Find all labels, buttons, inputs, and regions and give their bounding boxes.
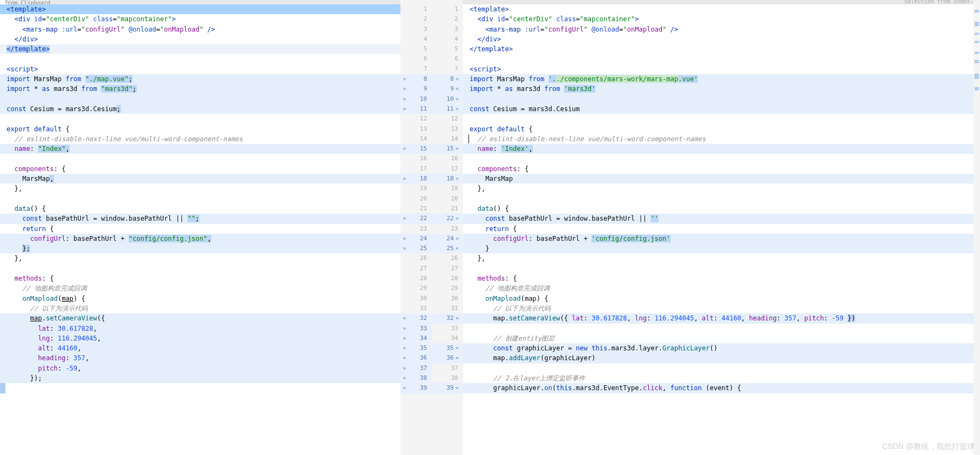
code-line[interactable]: <mars-map :url="configUrl" @onload="onMa… bbox=[0, 25, 400, 34]
line-number[interactable]: 13 bbox=[431, 124, 462, 134]
line-number[interactable]: 12 bbox=[400, 114, 431, 124]
line-number[interactable]: 16 bbox=[400, 154, 431, 163]
code-line[interactable] bbox=[0, 94, 400, 104]
line-number[interactable]: 32 bbox=[431, 313, 462, 323]
line-number[interactable]: 19 bbox=[431, 184, 462, 193]
code-line[interactable]: map.setCameraView({ bbox=[0, 313, 400, 323]
line-number[interactable]: 22 bbox=[400, 214, 431, 223]
code-line[interactable]: const basePathUrl = window.basePathUrl |… bbox=[0, 214, 400, 223]
line-number[interactable]: 34 bbox=[431, 333, 462, 343]
line-number[interactable]: 37 bbox=[400, 363, 431, 373]
code-line[interactable]: }, bbox=[463, 253, 980, 263]
line-number[interactable]: 33 bbox=[400, 324, 431, 333]
line-number[interactable]: 10 bbox=[431, 94, 462, 104]
line-number[interactable]: 24 bbox=[400, 234, 431, 244]
code-line[interactable]: export default { bbox=[0, 124, 400, 134]
line-number[interactable]: 39 bbox=[431, 383, 462, 393]
code-line[interactable]: name: "Index", bbox=[0, 144, 400, 154]
line-number[interactable]: 21 bbox=[400, 204, 431, 214]
code-line[interactable]: export default { bbox=[463, 124, 980, 134]
code-line[interactable]: MarsMap bbox=[463, 174, 980, 184]
line-number[interactable]: 31 bbox=[400, 304, 431, 313]
line-number[interactable]: 36 bbox=[400, 353, 431, 363]
code-line[interactable]: map.addLayer(graphicLayer) bbox=[463, 353, 980, 363]
line-number[interactable]: 27 bbox=[431, 264, 462, 274]
line-number[interactable]: 23 bbox=[400, 224, 431, 234]
line-number[interactable]: 31 bbox=[431, 304, 462, 313]
code-line[interactable]: return { bbox=[463, 224, 980, 234]
line-number[interactable]: 1 bbox=[400, 4, 431, 14]
line-number[interactable]: 25 bbox=[431, 244, 462, 253]
line-number[interactable]: 30 bbox=[400, 294, 431, 304]
line-number[interactable]: 9 bbox=[400, 84, 431, 94]
code-line[interactable]: data() { bbox=[0, 204, 400, 214]
code-line[interactable]: methods: { bbox=[0, 274, 400, 283]
code-line[interactable]: pitch: -59, bbox=[0, 363, 400, 373]
line-number[interactable]: 23 bbox=[431, 224, 462, 234]
code-line[interactable]: <script> bbox=[0, 64, 400, 74]
line-number[interactable]: 28 bbox=[400, 274, 431, 283]
line-number[interactable]: 4 bbox=[400, 34, 431, 44]
code-line[interactable]: }, bbox=[463, 184, 980, 193]
code-line[interactable]: alt: 44160, bbox=[0, 343, 400, 353]
line-number[interactable]: 21 bbox=[431, 204, 462, 214]
line-number[interactable]: 22 bbox=[431, 214, 462, 223]
code-line[interactable] bbox=[0, 194, 400, 204]
code-line[interactable]: }; bbox=[0, 244, 400, 253]
code-line[interactable]: // 以下为演示代码 bbox=[463, 304, 980, 313]
code-line[interactable]: import * as mars3d from 'mars3d' bbox=[463, 84, 980, 94]
gutter-right[interactable]: 1234567891011121314151617181920212223242… bbox=[431, 0, 462, 455]
line-number[interactable]: 11 bbox=[400, 104, 431, 114]
line-number[interactable]: 17 bbox=[431, 164, 462, 174]
code-line[interactable]: </template> bbox=[463, 44, 980, 54]
code-line[interactable]: <template> bbox=[0, 4, 400, 14]
code-line[interactable]: // 创建entity图层 bbox=[463, 333, 980, 343]
code-line[interactable]: const Cesium = mars3d.Cesium bbox=[463, 104, 980, 114]
code-line[interactable]: map.setCameraView({ lat: 30.617828, lng:… bbox=[463, 313, 980, 323]
line-number[interactable]: 11 bbox=[431, 104, 462, 114]
line-number[interactable]: 14 bbox=[400, 134, 431, 144]
line-number[interactable]: 38 bbox=[431, 373, 462, 383]
code-line[interactable]: import * as mars3d from "mars3d"; bbox=[0, 84, 400, 94]
code-line[interactable]: <mars-map :url="configUrl" @onload="onMa… bbox=[463, 25, 980, 34]
code-line[interactable]: onMapload(map) { bbox=[0, 294, 400, 304]
code-line[interactable] bbox=[0, 114, 400, 124]
code-line[interactable]: onMapload(map) { bbox=[463, 294, 980, 304]
code-line[interactable]: const graphicLayer = new this.mars3d.lay… bbox=[463, 343, 980, 353]
right-scroll-strip[interactable] bbox=[973, 0, 980, 455]
code-line[interactable]: <template> bbox=[463, 4, 980, 14]
code-line[interactable]: }); bbox=[0, 373, 400, 383]
line-number[interactable]: 16 bbox=[431, 154, 462, 163]
line-number[interactable]: 4 bbox=[431, 34, 462, 44]
scroll-marker[interactable] bbox=[975, 41, 979, 43]
code-line[interactable]: MarsMap, bbox=[0, 174, 400, 184]
code-line[interactable] bbox=[0, 264, 400, 274]
code-line[interactable]: }, bbox=[0, 253, 400, 263]
code-line[interactable]: graphicLayer.on(this.mars3d.EventType.cl… bbox=[463, 383, 980, 393]
line-number[interactable]: 18 bbox=[400, 174, 431, 184]
code-line[interactable] bbox=[463, 114, 980, 124]
code-line[interactable]: <script> bbox=[463, 64, 980, 74]
left-code-area[interactable]: <template> <div id="centerDiv" class="ma… bbox=[0, 4, 400, 455]
code-line[interactable]: // 以下为演示代码 bbox=[0, 304, 400, 313]
scroll-marker[interactable] bbox=[975, 10, 979, 13]
code-line[interactable]: // eslint-disable-next-line vue/multi-wo… bbox=[0, 134, 400, 144]
line-number[interactable]: 30 bbox=[431, 294, 462, 304]
code-line[interactable]: // 地图构造完成回调 bbox=[0, 283, 400, 293]
code-line[interactable]: lat: 30.617828, bbox=[0, 324, 400, 333]
code-line[interactable]: </template> bbox=[0, 44, 400, 54]
code-line[interactable]: const Cesium = mars3d.Cesium; bbox=[0, 104, 400, 114]
code-line[interactable] bbox=[0, 154, 400, 163]
line-number[interactable]: 3 bbox=[431, 25, 462, 34]
code-line[interactable] bbox=[0, 383, 400, 393]
code-line[interactable]: data() { bbox=[463, 204, 980, 214]
line-number[interactable]: 37 bbox=[431, 363, 462, 373]
code-line[interactable] bbox=[463, 54, 980, 64]
scroll-marker[interactable] bbox=[975, 22, 979, 26]
line-number[interactable]: 39 bbox=[400, 383, 431, 393]
code-line[interactable]: } bbox=[463, 244, 980, 253]
line-number[interactable]: 13 bbox=[400, 124, 431, 134]
code-line[interactable]: // 2.在layer上绑定监听事件 bbox=[463, 373, 980, 383]
line-number[interactable]: 26 bbox=[400, 253, 431, 263]
line-number[interactable]: 2 bbox=[400, 14, 431, 24]
